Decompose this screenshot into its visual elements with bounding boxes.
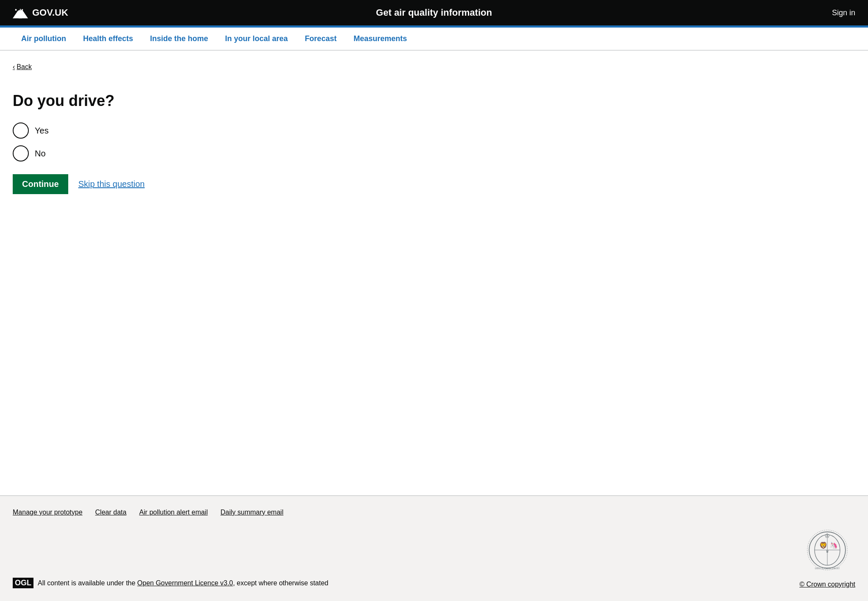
ogl-link[interactable]: Open Government Licence v3.0	[137, 579, 233, 587]
main-content: ‹ Back Do you drive? Yes No Continue Ski…	[0, 50, 407, 220]
nav-item-inside-home: Inside the home	[142, 28, 217, 50]
nav-link-health-effects[interactable]: Health effects	[75, 28, 142, 50]
nav-link-air-pollution[interactable]: Air pollution	[13, 28, 75, 50]
skip-link[interactable]: Skip this question	[78, 179, 145, 189]
crown-icon	[13, 6, 28, 19]
footer-link-summary-email[interactable]: Daily summary email	[220, 509, 283, 516]
radio-yes[interactable]	[13, 122, 29, 139]
nav-list: Air pollution Health effects Inside the …	[13, 28, 855, 50]
nav-item-local-area: In your local area	[217, 28, 296, 50]
nav-link-forecast[interactable]: Forecast	[296, 28, 345, 50]
back-link[interactable]: ‹ Back	[13, 63, 32, 71]
site-header: GOV.UK Get air quality information Sign …	[0, 0, 868, 25]
footer-link-manage-prototype[interactable]: Manage your prototype	[13, 509, 83, 516]
footer-bottom: OGL All content is available under the O…	[13, 526, 855, 588]
page-question: Do you drive?	[13, 92, 394, 110]
crown-copyright: ♛ 🦁 🦄 ♔ DIEU ET MON DROIT © Crown copyri…	[799, 526, 855, 588]
nav-item-measurements: Measurements	[345, 28, 415, 50]
nav-item-health-effects: Health effects	[75, 28, 142, 50]
footer-link-alert-email[interactable]: Air pollution alert email	[139, 509, 208, 516]
nav-item-air-pollution: Air pollution	[13, 28, 75, 50]
back-chevron-icon: ‹	[13, 63, 15, 71]
nav-link-measurements[interactable]: Measurements	[345, 28, 415, 50]
radio-no-label: No	[35, 149, 46, 159]
header-title: Get air quality information	[376, 7, 492, 18]
svg-text:🦁: 🦁	[819, 541, 828, 549]
nav-item-forecast: Forecast	[296, 28, 345, 50]
continue-button[interactable]: Continue	[13, 174, 68, 194]
crown-copyright-link[interactable]: © Crown copyright	[799, 581, 855, 588]
back-label: Back	[17, 63, 32, 71]
gov-uk-logo[interactable]: GOV.UK	[13, 6, 68, 19]
nav-link-local-area[interactable]: In your local area	[217, 28, 296, 50]
nav-link-inside-home[interactable]: Inside the home	[142, 28, 217, 50]
radio-no[interactable]	[13, 145, 29, 161]
coat-of-arms-icon: ♛ 🦁 🦄 ♔ DIEU ET MON DROIT	[802, 526, 853, 577]
main-nav: Air pollution Health effects Inside the …	[0, 28, 868, 50]
site-footer: Manage your prototype Clear data Air pol…	[0, 495, 868, 601]
svg-text:🦄: 🦄	[829, 541, 838, 549]
logo-text: GOV.UK	[32, 7, 68, 18]
svg-text:♔: ♔	[824, 532, 830, 539]
footer-links: Manage your prototype Clear data Air pol…	[13, 509, 855, 516]
button-row: Continue Skip this question	[13, 174, 394, 194]
footer-licence: OGL All content is available under the O…	[13, 578, 328, 588]
licence-text: All content is available under the Open …	[38, 579, 328, 587]
radio-yes-label: Yes	[35, 126, 49, 136]
radio-item-yes[interactable]: Yes	[13, 122, 394, 139]
sign-in-link[interactable]: Sign in	[832, 8, 855, 17]
ogl-logo: OGL	[13, 578, 33, 588]
footer-link-clear-data[interactable]: Clear data	[95, 509, 127, 516]
radio-group: Yes No	[13, 122, 394, 161]
radio-item-no[interactable]: No	[13, 145, 394, 161]
svg-text:DIEU ET MON DROIT: DIEU ET MON DROIT	[815, 567, 840, 570]
